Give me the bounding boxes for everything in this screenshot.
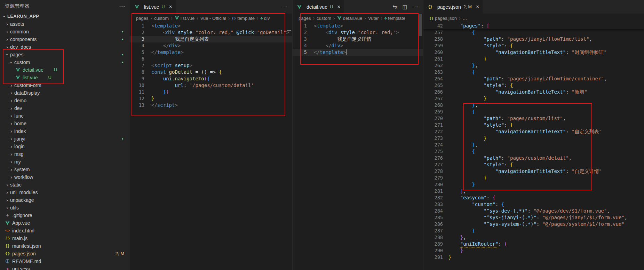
tree-folder-demo[interactable]: ›demo xyxy=(0,97,130,104)
tree-folder-my[interactable]: ›my xyxy=(0,158,130,166)
code-line-289[interactable]: 289 "uniIdRouter": { xyxy=(423,241,644,247)
close-icon[interactable]: × xyxy=(337,4,340,10)
code-line-9[interactable]: 9 uni.navigateTo({ xyxy=(130,76,292,82)
breadcrumb-item-list-vue[interactable]: list.vue xyxy=(175,16,194,21)
code-line-268[interactable]: 268 }, xyxy=(423,102,644,109)
tree-folder-utils[interactable]: ›utils xyxy=(0,204,130,212)
breadcrumb-item-custom[interactable]: custom xyxy=(154,16,169,21)
tree-file-pages-json[interactable]: {}pages.json2, M xyxy=(0,250,130,257)
breadcrumb-item-pages[interactable]: pages xyxy=(299,16,311,21)
code-line-287[interactable]: 287 } xyxy=(423,228,644,234)
code-line-264[interactable]: 264 "path": "pages/jianyi/flowTime/conta… xyxy=(423,76,644,82)
code-line-272[interactable]: 272 "navigationBarTitleText": "自定义列表" xyxy=(423,128,644,135)
code-line-257[interactable]: 257 { xyxy=(423,29,644,36)
more-actions-icon[interactable]: ⋯ xyxy=(282,4,287,10)
tree-folder-dev-docs[interactable]: ›dev_docs xyxy=(0,43,130,51)
code-line-42[interactable]: 42 "pages": [ xyxy=(423,23,644,29)
code-line-282[interactable]: 282 "easycom": { xyxy=(423,194,644,201)
code-line-13[interactable]: 13</script> xyxy=(130,102,292,109)
code-line-6[interactable]: 6 xyxy=(130,56,292,62)
tree-folder-common[interactable]: ›common● xyxy=(0,28,130,35)
code-line-283[interactable]: 283 "custom": { xyxy=(423,201,644,208)
tree-folder-components[interactable]: ›components● xyxy=(0,35,130,43)
code-line-279[interactable]: 279 } xyxy=(423,175,644,181)
breadcrumb-item-pages-json[interactable]: {}pages.json xyxy=(429,16,457,21)
breadcrumb-item-template[interactable]: {}template xyxy=(232,16,255,21)
code-line-265[interactable]: 265 "style": { xyxy=(423,82,644,89)
tab-detail-vue[interactable]: detail.vueU× xyxy=(293,0,344,14)
code-line-3[interactable]: 3 我是自定义列表 xyxy=(130,36,292,42)
code-line-273[interactable]: 273 } xyxy=(423,135,644,142)
tree-file-gitignore[interactable]: ◈.gitignore xyxy=(0,212,130,219)
code-line-285[interactable]: 285 "^sys-jianyi-(.*)": "@/pages/jianyi/… xyxy=(423,214,644,221)
tree-file-main-js[interactable]: JSmain.js xyxy=(0,235,130,242)
code-line-260[interactable]: 260 "navigationBarTitleText": "时间组件验证" xyxy=(423,49,644,56)
tree-file-readme-md[interactable]: ⓘREADME.md xyxy=(0,257,130,265)
breadcrumb-item-item[interactable]: … xyxy=(463,16,467,21)
code-line-267[interactable]: 267 } xyxy=(423,95,644,102)
code-line-288[interactable]: 288 }, xyxy=(423,234,644,241)
tree-file-index-html[interactable]: <>index.html xyxy=(0,227,130,235)
tree-folder-jianyi[interactable]: ›jianyi● xyxy=(0,135,130,143)
code-line-284[interactable]: 284 "^sys-dev-(.*)": "@/pages/dev/$1/for… xyxy=(423,208,644,214)
code-line-290[interactable]: 290 } xyxy=(423,247,644,254)
tree-file-list-vue[interactable]: list.vueU xyxy=(0,74,130,81)
code-line-5[interactable]: 5</template> xyxy=(293,49,423,56)
breadcrumb-item-vue-official[interactable]: Vue - Official xyxy=(200,16,226,21)
tree-folder-customform[interactable]: ›customForm xyxy=(0,81,130,89)
tab-list-vue[interactable]: list.vueU× xyxy=(130,0,176,14)
code-line-8[interactable]: 8const goDetail = () => { xyxy=(130,69,292,76)
code-line-263[interactable]: 263 { xyxy=(423,69,644,76)
code-line-2[interactable]: 2 <div style="color: red;"> xyxy=(293,29,423,36)
close-icon[interactable]: × xyxy=(476,4,479,10)
tree-file-manifest-json[interactable]: {}manifest.json xyxy=(0,242,130,250)
code-line-266[interactable]: 266 "navigationBarTitleText": "新增" xyxy=(423,89,644,95)
code-line-271[interactable]: 271 "style": { xyxy=(423,122,644,128)
tree-folder-func[interactable]: ›func xyxy=(0,112,130,120)
code-line-291[interactable]: 291} xyxy=(423,254,644,261)
tree-folder-workflow[interactable]: ›workflow xyxy=(0,173,130,181)
tree-folder-datadisplay[interactable]: ›dataDisplay xyxy=(0,89,130,97)
code-editor[interactable]: 1<template>2 <div style="color: red;" @c… xyxy=(130,23,292,109)
code-line-277[interactable]: 277 "style": { xyxy=(423,161,644,168)
tree-file-app-vue[interactable]: App.vue xyxy=(0,219,130,227)
code-line-7[interactable]: 7<script setup> xyxy=(130,62,292,69)
breadcrumb-item-custom[interactable]: custom xyxy=(317,16,331,21)
tree-folder-unpackage[interactable]: ›unpackage xyxy=(0,196,130,204)
code-line-3[interactable]: 3 我是自定义详情 xyxy=(293,36,423,42)
code-line-2[interactable]: 2 <div style="color: red;" @click="goDet… xyxy=(130,29,292,36)
code-editor[interactable]: 42 "pages": [257 {258 "path": "pages/jia… xyxy=(423,23,644,261)
tree-folder-custom[interactable]: ›custom● xyxy=(0,58,130,66)
code-line-269[interactable]: 269 { xyxy=(423,109,644,115)
breadcrumb-item-template[interactable]: ⊘template xyxy=(384,16,405,21)
code-line-262[interactable]: 262 }, xyxy=(423,62,644,69)
tree-folder-static[interactable]: ›static xyxy=(0,181,130,189)
code-line-11[interactable]: 11 }) xyxy=(130,89,292,95)
tree-folder-login[interactable]: ›login xyxy=(0,143,130,150)
tree-file-uni-scss[interactable]: ◈uni.scss xyxy=(0,265,130,270)
more-actions-icon[interactable]: ⋯ xyxy=(413,4,418,10)
code-line-261[interactable]: 261 } xyxy=(423,56,644,62)
code-line-280[interactable]: 280 } xyxy=(423,181,644,188)
code-line-12[interactable]: 12} xyxy=(130,95,292,102)
code-line-275[interactable]: 275 { xyxy=(423,148,644,155)
tree-item-root[interactable]: ›LEARUN_APP xyxy=(0,13,130,20)
tree-folder-system[interactable]: ›system xyxy=(0,166,130,173)
tree-folder-index[interactable]: ›index xyxy=(0,127,130,135)
breadcrumb-item-vuter[interactable]: Vuter xyxy=(368,16,379,21)
close-icon[interactable]: × xyxy=(169,4,172,10)
breadcrumb-item-pages[interactable]: pages xyxy=(136,16,148,21)
code-line-270[interactable]: 270 "path": "pages/custom/list", xyxy=(423,115,644,122)
split-editor-icon[interactable]: ◫ xyxy=(403,4,407,10)
code-editor[interactable]: 1<template>2 <div style="color: red;">3 … xyxy=(293,23,423,56)
code-line-281[interactable]: 281 ], xyxy=(423,188,644,194)
tree-folder-home[interactable]: ›home xyxy=(0,120,130,127)
code-line-259[interactable]: 259 "style": { xyxy=(423,42,644,49)
tree-folder-msg[interactable]: ›msg xyxy=(0,150,130,158)
tree-folder-dev[interactable]: ›dev xyxy=(0,104,130,112)
code-line-278[interactable]: 278 "navigationBarTitleText": "自定义详情" xyxy=(423,168,644,175)
code-line-5[interactable]: 5</template> xyxy=(130,49,292,56)
code-line-286[interactable]: 286 "^sys-system-(.*)": "@/pages/system/… xyxy=(423,221,644,228)
code-line-276[interactable]: 276 "path": "pages/custom/detail", xyxy=(423,155,644,161)
scrollbar-thumb[interactable] xyxy=(419,14,422,36)
